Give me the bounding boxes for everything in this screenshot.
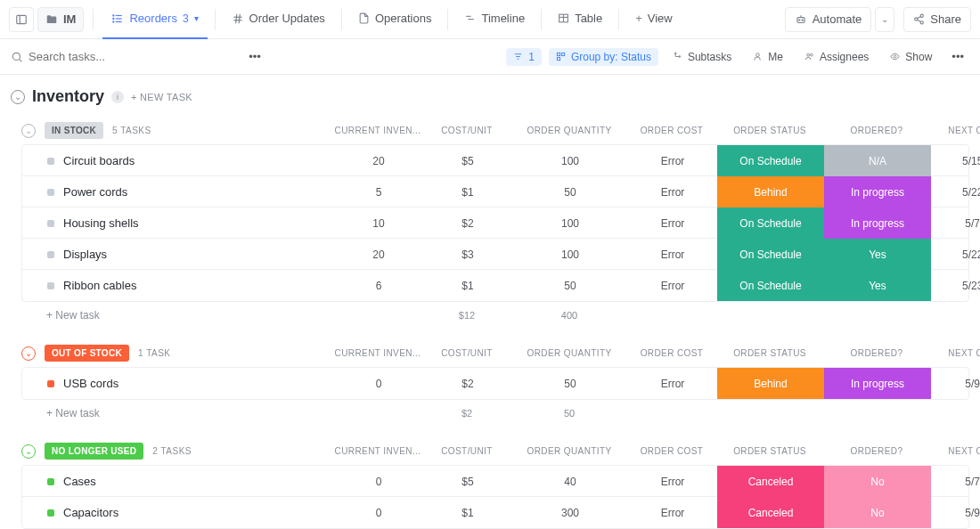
column-header[interactable]: ORDER QUANTITY (511, 446, 627, 456)
search-input[interactable] (29, 50, 207, 63)
automate-button[interactable]: Automate (785, 7, 872, 32)
order-quantity-cell[interactable]: 40 (512, 476, 628, 488)
add-view-button[interactable]: + View (626, 0, 682, 39)
table-row[interactable]: Housing shells10$2100ErrorOn ScheduleIn … (22, 208, 968, 239)
next-order-cell[interactable]: 5/9/19 (931, 507, 980, 519)
ordered-cell[interactable]: In progress (824, 176, 931, 208)
next-order-cell[interactable]: 5/23/19 (931, 280, 980, 292)
cost-unit-cell[interactable]: $5 (423, 155, 512, 167)
toolbar-more-icon[interactable]: ••• (946, 46, 969, 67)
order-cost-cell[interactable]: Error (628, 186, 717, 199)
info-icon[interactable]: i (111, 91, 124, 103)
current-inventory-cell[interactable]: 0 (334, 476, 423, 488)
current-inventory-cell[interactable]: 10 (334, 217, 423, 230)
table-row[interactable]: Power cords5$150ErrorBehindIn progress5/… (22, 176, 968, 208)
tab-table[interactable]: Table (549, 0, 611, 39)
column-header[interactable]: CURRENT INVEN... (333, 126, 422, 135)
column-header[interactable]: ORDER STATUS (716, 126, 823, 135)
ordered-cell[interactable]: Yes (824, 270, 931, 301)
task-name-cell[interactable]: Housing shells (22, 216, 334, 230)
column-header[interactable]: ORDERED? (823, 348, 930, 358)
me-pill[interactable]: Me (746, 48, 790, 66)
column-header[interactable]: ORDER COST (627, 126, 716, 135)
ordered-cell[interactable]: No (824, 497, 931, 528)
next-order-cell[interactable]: 5/22/19 (931, 248, 980, 261)
share-button[interactable]: Share (903, 7, 971, 32)
order-quantity-cell[interactable]: 300 (512, 507, 628, 519)
order-status-cell[interactable]: On Schedule (717, 239, 824, 270)
status-square-icon[interactable] (47, 380, 54, 387)
cost-unit-cell[interactable]: $3 (423, 248, 512, 261)
cost-unit-cell[interactable]: $1 (423, 507, 512, 519)
cost-unit-cell[interactable]: $1 (423, 280, 512, 292)
task-name-cell[interactable]: Displays (22, 248, 334, 261)
column-header[interactable]: NEXT ORDER (930, 348, 980, 358)
collapse-list-icon[interactable]: ⌄ (11, 90, 25, 104)
more-options-icon[interactable]: ••• (243, 46, 266, 67)
groupby-pill[interactable]: Group by: Status (549, 48, 658, 66)
ordered-cell[interactable]: In progress (824, 208, 931, 239)
column-header[interactable]: ORDER STATUS (716, 348, 823, 358)
task-name-cell[interactable]: Ribbon cables (22, 279, 334, 292)
ordered-cell[interactable]: Yes (824, 239, 931, 270)
collapse-group-icon[interactable]: ⌄ (21, 346, 36, 361)
order-quantity-cell[interactable]: 100 (512, 217, 628, 230)
status-square-icon[interactable] (47, 478, 54, 485)
order-quantity-cell[interactable]: 50 (512, 280, 628, 292)
order-cost-cell[interactable]: Error (628, 248, 717, 261)
tab-reorders[interactable]: Reorders 3 ▾ (102, 0, 207, 39)
task-name-cell[interactable]: Cases (22, 475, 334, 488)
status-square-icon[interactable] (47, 220, 54, 227)
order-quantity-cell[interactable]: 100 (512, 248, 628, 261)
current-inventory-cell[interactable]: 20 (334, 155, 423, 167)
order-status-cell[interactable]: On Schedule (717, 270, 824, 301)
folder-chip[interactable]: IM (37, 7, 84, 32)
new-task-inline[interactable]: + New task (21, 407, 333, 419)
current-inventory-cell[interactable]: 20 (334, 248, 423, 261)
order-cost-cell[interactable]: Error (628, 280, 717, 292)
task-name-cell[interactable]: Power cords (22, 185, 334, 199)
current-inventory-cell[interactable]: 0 (334, 507, 423, 519)
column-header[interactable]: ORDER STATUS (716, 446, 823, 456)
column-header[interactable]: ORDERED? (823, 126, 930, 135)
column-header[interactable]: NEXT ORDER (930, 446, 980, 456)
order-status-cell[interactable]: Behind (717, 368, 824, 399)
collapse-group-icon[interactable]: ⌄ (21, 124, 36, 138)
next-order-cell[interactable]: 5/7/19 (931, 217, 980, 230)
subtasks-pill[interactable]: Subtasks (666, 48, 739, 66)
current-inventory-cell[interactable]: 5 (334, 186, 423, 199)
table-row[interactable]: USB cords0$250ErrorBehindIn progress5/9/… (22, 368, 968, 399)
cost-unit-cell[interactable]: $5 (423, 476, 512, 488)
column-header[interactable]: NEXT ORDER (930, 126, 980, 135)
status-square-icon[interactable] (47, 251, 54, 258)
next-order-cell[interactable]: 5/7/19 (931, 476, 980, 488)
order-status-cell[interactable]: On Schedule (717, 208, 824, 239)
order-quantity-cell[interactable]: 50 (512, 186, 628, 199)
tab-order-updates[interactable]: Order Updates (223, 0, 334, 39)
status-badge[interactable]: OUT OF STOCK (45, 345, 129, 362)
current-inventory-cell[interactable]: 6 (334, 280, 423, 292)
column-header[interactable]: ORDER QUANTITY (511, 348, 627, 358)
filter-pill[interactable]: 1 (506, 48, 542, 66)
tab-operations[interactable]: Operations (349, 0, 441, 39)
task-name-cell[interactable]: Capacitors (22, 506, 334, 519)
cost-unit-cell[interactable]: $1 (423, 186, 512, 199)
new-task-inline[interactable]: + New task (21, 309, 333, 321)
column-header[interactable]: COST/UNIT (422, 446, 511, 456)
status-square-icon[interactable] (47, 282, 54, 289)
column-header[interactable]: ORDER COST (627, 446, 716, 456)
order-status-cell[interactable]: On Schedule (717, 145, 824, 176)
table-row[interactable]: Capacitors0$1300ErrorCanceledNo5/9/19 (22, 497, 968, 528)
column-header[interactable]: ORDER COST (627, 348, 716, 358)
tab-timeline[interactable]: Timeline (455, 0, 534, 39)
column-header[interactable]: CURRENT INVEN... (333, 348, 422, 358)
status-square-icon[interactable] (47, 158, 54, 165)
task-name-cell[interactable]: USB cords (22, 377, 334, 390)
collapse-sidebar-button[interactable] (9, 7, 34, 32)
column-header[interactable]: COST/UNIT (422, 348, 511, 358)
automate-dropdown[interactable]: ⌄ (875, 7, 894, 32)
order-cost-cell[interactable]: Error (628, 476, 717, 488)
order-cost-cell[interactable]: Error (628, 378, 717, 390)
ordered-cell[interactable]: In progress (824, 368, 931, 399)
status-badge[interactable]: NO LONGER USED (45, 443, 143, 460)
